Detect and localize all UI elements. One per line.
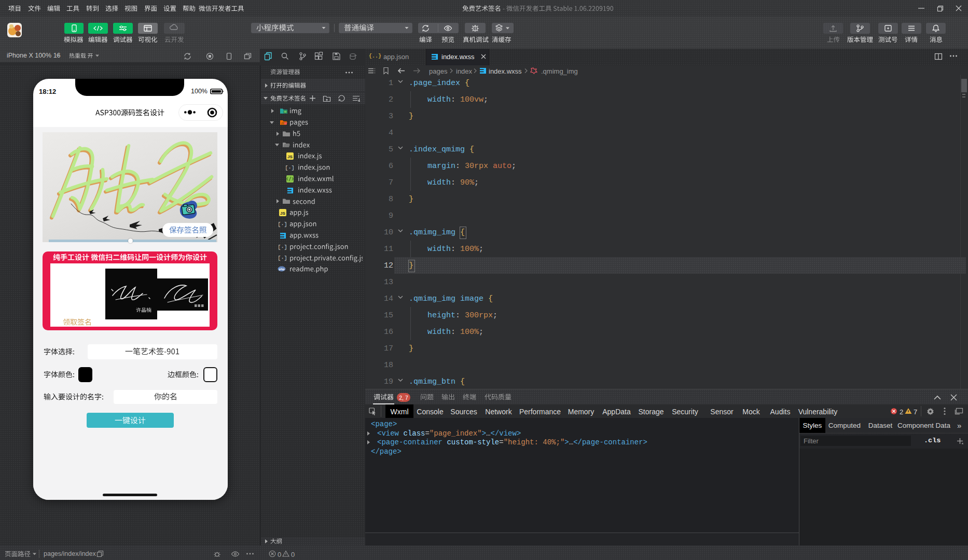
svg-text:{·}: {·} xyxy=(279,255,286,261)
svg-text:{·}: {·} xyxy=(279,244,286,250)
svg-text:{·}: {·} xyxy=(279,221,286,228)
svg-text:php: php xyxy=(279,268,285,271)
svg-text:{·}: {·} xyxy=(286,165,294,171)
svg-text:JS: JS xyxy=(280,211,285,216)
svg-text:JS: JS xyxy=(287,155,293,159)
